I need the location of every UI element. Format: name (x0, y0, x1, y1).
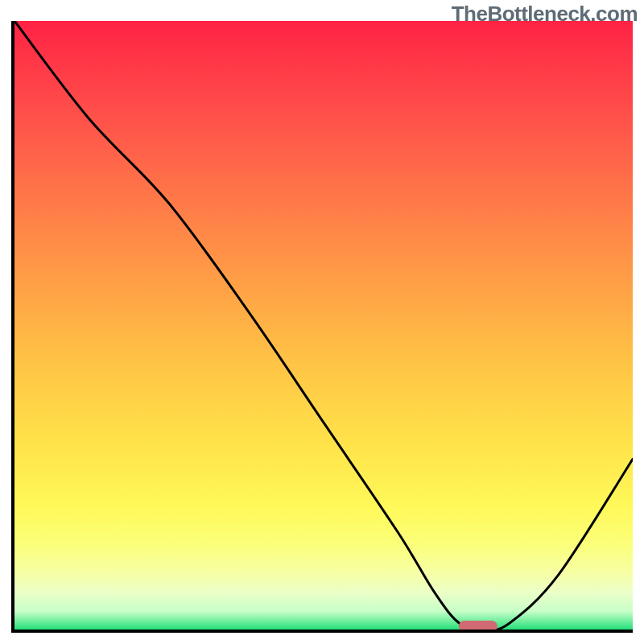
bottleneck-curve (14, 21, 633, 630)
optimal-point-marker (459, 621, 497, 630)
plot-area (14, 21, 633, 630)
plot-axes (11, 21, 633, 633)
watermark-text: TheBottleneck.com (452, 2, 638, 27)
chart-root: TheBottleneck.com (0, 0, 644, 644)
